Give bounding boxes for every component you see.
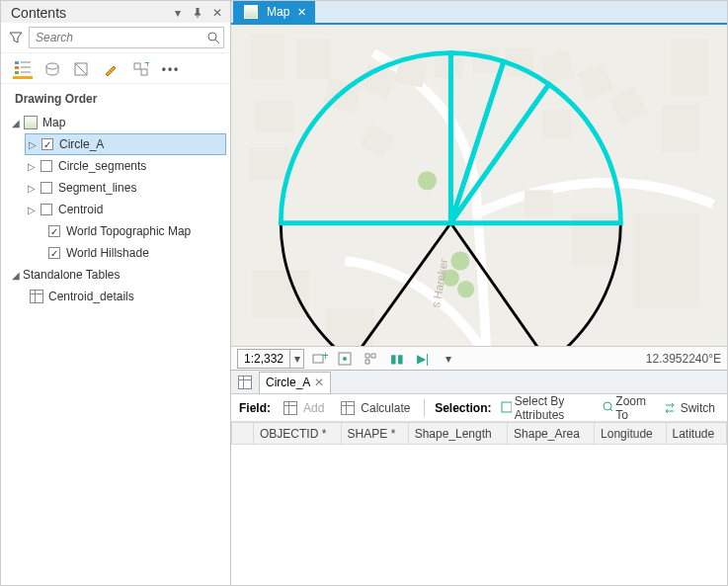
calculate-button[interactable]: Calculate xyxy=(334,401,414,415)
layer-item[interactable]: ▷ ✓ Circle_A xyxy=(25,133,226,155)
switch-selection-button[interactable]: Switch xyxy=(660,401,719,415)
add-bookmark-icon[interactable]: + xyxy=(310,350,330,368)
svg-line-10 xyxy=(75,63,87,75)
layer-tree: ◢ Map ▷ ✓ Circle_A ▷ Circle_segments ▷ S… xyxy=(1,110,230,585)
contents-header: Contents ▾ ✕ xyxy=(1,1,230,23)
caret-down-icon: ◢ xyxy=(11,270,21,281)
svg-rect-6 xyxy=(15,71,19,74)
search-icon[interactable] xyxy=(203,32,223,44)
select-icon xyxy=(501,401,511,415)
checkbox[interactable] xyxy=(40,204,52,215)
standalone-tables-node[interactable]: ◢ Standalone Tables xyxy=(1,264,230,286)
svg-text:+: + xyxy=(322,352,328,363)
svg-line-51 xyxy=(610,409,612,413)
filter-icon[interactable] xyxy=(7,31,25,44)
layer-item[interactable]: ▷ Centroid xyxy=(1,199,230,220)
svg-point-8 xyxy=(46,63,58,69)
table-item[interactable]: Centroid_details xyxy=(1,286,230,307)
map-node[interactable]: ◢ Map xyxy=(1,112,230,133)
svg-rect-37 xyxy=(633,213,699,308)
attribute-grid[interactable]: OBJECTID *SHAPE *Shape_LengthShape_AreaL… xyxy=(231,422,727,585)
layer-label: Centroid xyxy=(56,203,103,216)
table-icon xyxy=(238,376,252,389)
list-by-drawing-order-icon[interactable] xyxy=(13,59,33,79)
basemap-item[interactable]: ✓ World Hillshade xyxy=(1,242,230,264)
column-header[interactable]: Shape_Length xyxy=(408,423,507,445)
svg-point-50 xyxy=(604,402,611,410)
layer-label: Circle_segments xyxy=(56,159,146,173)
attribute-tab[interactable]: Circle_A ✕ xyxy=(259,372,331,393)
caret-right-icon: ▷ xyxy=(27,183,37,194)
column-header[interactable]: Longitude xyxy=(595,423,666,445)
drawing-order-header: Drawing Order xyxy=(1,84,230,110)
zoom-to-button[interactable]: Zoom To xyxy=(599,394,654,422)
attribute-table: OBJECTID *SHAPE *Shape_LengthShape_AreaL… xyxy=(231,422,727,445)
list-by-source-icon[interactable] xyxy=(42,59,62,79)
svg-point-15 xyxy=(450,251,469,270)
map-svg: s Hareker xyxy=(231,25,727,346)
pause-icon[interactable]: ▮▮ xyxy=(387,350,407,368)
checkbox[interactable]: ✓ xyxy=(48,225,60,237)
svg-line-1 xyxy=(215,40,219,43)
more-icon[interactable]: ••• xyxy=(161,59,181,79)
basemap-item[interactable]: ✓ World Topographic Map xyxy=(1,220,230,242)
attribute-toolbar: Field: Add Calculate Selection: Select B… xyxy=(231,394,727,422)
close-icon[interactable]: ✕ xyxy=(295,6,307,18)
layer-item[interactable]: ▷ Segment_lines xyxy=(1,177,230,199)
svg-rect-34 xyxy=(543,110,572,138)
attribute-tab-label: Circle_A xyxy=(266,376,310,389)
column-header[interactable]: SHAPE * xyxy=(341,423,408,445)
checkbox[interactable]: ✓ xyxy=(48,247,60,259)
zoom-icon xyxy=(603,401,612,415)
svg-text:+: + xyxy=(144,62,149,70)
snapping-icon[interactable] xyxy=(336,350,356,368)
scale-value: 1:2,332 xyxy=(238,352,289,366)
svg-rect-31 xyxy=(540,50,574,84)
scale-selector[interactable]: 1:2,332 ▾ xyxy=(237,349,304,369)
layer-label: Circle_A xyxy=(57,137,104,151)
svg-point-0 xyxy=(208,33,216,41)
map-icon xyxy=(24,116,38,129)
close-icon[interactable]: ✕ xyxy=(210,6,224,20)
map-footer: 1:2,332 ▾ + ▮▮ ▶| ▾ 12.3952240°E xyxy=(231,346,727,370)
chevron-down-icon[interactable]: ▾ xyxy=(289,350,303,368)
contents-panel: Contents ▾ ✕ + ••• xyxy=(1,1,231,585)
map-label: Map xyxy=(40,116,65,129)
svg-rect-2 xyxy=(15,61,19,64)
checkbox[interactable]: ✓ xyxy=(41,138,53,150)
list-by-editing-icon[interactable] xyxy=(102,59,121,79)
layer-item[interactable]: ▷ Circle_segments xyxy=(1,155,230,177)
close-icon[interactable]: ✕ xyxy=(314,376,324,389)
svg-rect-23 xyxy=(253,271,309,318)
search-box xyxy=(29,27,224,48)
checkbox[interactable] xyxy=(40,182,52,194)
search-input[interactable] xyxy=(30,31,203,44)
refresh-icon[interactable]: ▶| xyxy=(413,350,433,368)
chevron-down-icon[interactable]: ▾ xyxy=(439,350,458,368)
map-canvas[interactable]: s Hareker xyxy=(231,25,727,346)
pin-icon[interactable] xyxy=(191,6,204,20)
dropdown-icon[interactable]: ▾ xyxy=(171,6,185,20)
add-field-button[interactable]: Add xyxy=(277,401,328,415)
attribute-tab-bar: Circle_A ✕ xyxy=(231,371,727,394)
column-header[interactable]: Latitude xyxy=(666,423,726,445)
column-header[interactable]: Shape_Area xyxy=(508,423,595,445)
coordinate-readout: 12.3952240°E xyxy=(646,352,721,366)
column-header[interactable]: OBJECTID * xyxy=(254,423,342,445)
map-tab[interactable]: Map ✕ xyxy=(233,1,315,23)
svg-rect-35 xyxy=(525,190,553,216)
select-by-attributes-button[interactable]: Select By Attributes xyxy=(497,394,592,422)
caret-right-icon: ▷ xyxy=(27,161,37,172)
svg-rect-39 xyxy=(661,105,698,152)
svg-rect-22 xyxy=(249,147,290,180)
row-header[interactable] xyxy=(232,423,254,445)
table-icon xyxy=(341,401,355,415)
map-tab-label: Map xyxy=(267,5,289,19)
grid-icon[interactable] xyxy=(362,350,381,368)
attribute-table-pane: Circle_A ✕ Field: Add Calculate Selectio… xyxy=(231,370,727,585)
search-row xyxy=(1,23,230,53)
list-by-snapping-icon[interactable]: + xyxy=(131,59,151,79)
svg-rect-20 xyxy=(296,39,330,78)
checkbox[interactable] xyxy=(40,160,52,172)
list-by-selection-icon[interactable] xyxy=(72,59,92,79)
